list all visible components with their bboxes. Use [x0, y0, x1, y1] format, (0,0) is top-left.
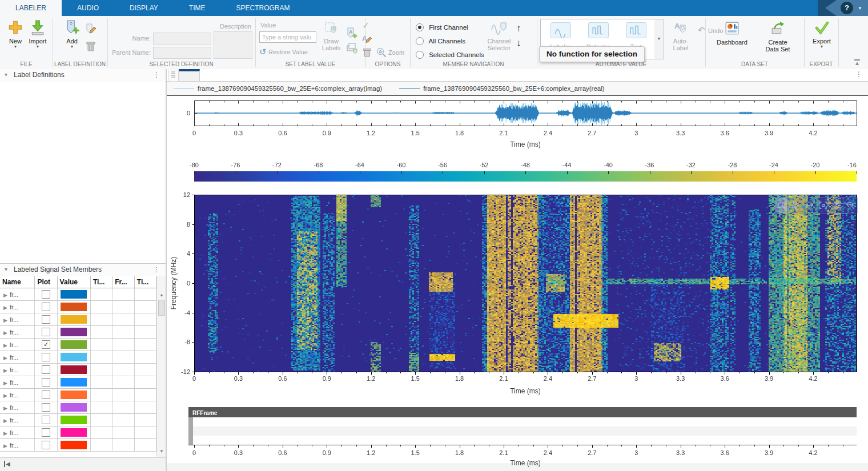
plot-checkbox[interactable] [42, 315, 50, 324]
plot-checkbox[interactable] [42, 403, 50, 412]
edit-label-button[interactable] [85, 23, 97, 38]
column-header[interactable]: Fr... [112, 276, 135, 288]
auto-label-button[interactable]: A Auto- Label [669, 21, 692, 51]
table-row[interactable]: ▶fr... [0, 313, 156, 326]
scroll-thumb[interactable] [158, 300, 165, 316]
export-button[interactable]: Export ▼ [807, 21, 836, 49]
plot-checkbox[interactable] [42, 290, 50, 299]
help-dropdown-icon[interactable]: ▼ [858, 6, 862, 11]
plot-checkbox[interactable] [42, 303, 50, 311]
panorama-header[interactable]: RFFrame [188, 407, 857, 417]
table-row[interactable]: ▶fr... [0, 351, 156, 364]
plot-checkbox[interactable] [42, 365, 50, 374]
restore-value-button[interactable]: Restore Value [268, 49, 308, 55]
pan-hand-tool-icon[interactable] [830, 198, 844, 213]
expander-icon[interactable]: ▶ [1, 330, 10, 336]
cursor-tool-icon[interactable] [789, 198, 803, 213]
table-row[interactable]: ▶fr... [0, 376, 156, 389]
tab-labeler[interactable]: LABELER [0, 0, 62, 16]
scroll-down-icon[interactable]: ▼ [157, 449, 166, 454]
collapse-ribbon-button[interactable]: ▲ [854, 59, 860, 66]
expander-icon[interactable]: ▶ [1, 317, 10, 323]
tab-audio[interactable]: AUDIO [62, 0, 114, 16]
delete-label-button[interactable] [85, 40, 97, 55]
table-row[interactable]: ▶fr... [0, 389, 156, 401]
tab-time[interactable]: TIME [174, 0, 221, 16]
tab-display[interactable]: DISPLAY [114, 0, 174, 16]
delete-value-button[interactable] [361, 47, 373, 61]
expander-icon[interactable]: ▶ [1, 430, 10, 436]
restore-view-tool-icon[interactable] [817, 198, 830, 213]
channel-selector-button[interactable]: Channel Selector [487, 19, 512, 51]
import-dropdown-icon[interactable]: ▼ [26, 45, 49, 49]
accept-icon[interactable]: ✓ [362, 20, 369, 31]
plot-checkbox[interactable] [42, 441, 50, 449]
undo-icon[interactable]: ↶ [698, 25, 705, 35]
table-row[interactable]: ▶fr... [0, 288, 156, 301]
add-label-dropdown-icon[interactable]: ▼ [61, 45, 83, 49]
expander-icon[interactable]: ▶ [1, 380, 10, 386]
merge-labels-button[interactable] [345, 41, 359, 57]
expander-icon[interactable]: ▶ [1, 368, 10, 373]
import-button[interactable]: Import ▼ [26, 19, 49, 49]
expander-icon[interactable]: ▶ [1, 418, 10, 424]
label-definitions-header[interactable]: ▾ Label Definitions ⋮ [0, 69, 166, 82]
zoom-button[interactable]: A [376, 47, 387, 61]
expander-icon[interactable]: ▶ [1, 355, 10, 361]
table-row[interactable]: ▶fr... [0, 401, 156, 414]
collapse-panel-icon[interactable]: ◀ [4, 461, 10, 467]
help-button[interactable]: ? [841, 2, 853, 14]
plot-checkbox[interactable] [42, 428, 50, 437]
figure-tab[interactable] [179, 69, 200, 81]
gallery-dropdown-button[interactable]: ▼ [654, 19, 664, 59]
table-row[interactable]: ▶fr... [0, 326, 156, 339]
new-dropdown-icon[interactable]: ▼ [5, 45, 26, 49]
column-header[interactable]: Ti... [91, 276, 112, 288]
radio-all-channels[interactable]: All Channels [416, 35, 465, 46]
table-row[interactable]: ▶fr... [0, 301, 156, 313]
column-header[interactable]: Plot [35, 276, 57, 288]
expander-icon[interactable]: ▶ [1, 343, 10, 348]
plot-checkbox[interactable] [42, 353, 50, 361]
next-member-button[interactable]: ↓ [516, 38, 521, 49]
expander-icon[interactable]: ▶ [1, 405, 10, 411]
figure-menu-icon[interactable]: ⋮ [855, 70, 862, 78]
spectrogram-plot[interactable] [167, 188, 868, 399]
zoom-in-tool-icon[interactable] [844, 198, 857, 213]
figure-grip-icon[interactable] [168, 70, 179, 82]
plot-checkbox[interactable] [42, 328, 50, 336]
table-row[interactable]: ▶fr... [0, 364, 156, 376]
plot-checkbox[interactable] [42, 416, 50, 424]
plot-checkbox[interactable] [42, 391, 50, 399]
column-header[interactable]: Value [57, 276, 90, 288]
time-plot[interactable] [167, 96, 868, 157]
expander-icon[interactable]: ▶ [1, 393, 10, 398]
radio-selected-channels[interactable]: Selected Channels [416, 49, 484, 59]
add-sublabel-button[interactable]: A [345, 26, 359, 42]
export-dropdown-icon[interactable]: ▼ [807, 45, 836, 49]
expander-icon[interactable]: ▶ [1, 305, 10, 311]
table-row[interactable]: ▶fr... [0, 426, 156, 439]
definitions-menu-icon[interactable]: ⋮ [153, 71, 160, 79]
members-header[interactable]: ▾ Labeled Signal Set Members ⋮ [0, 263, 166, 277]
column-header[interactable]: Name [0, 276, 35, 288]
label-tag-tool-icon[interactable] [775, 198, 789, 213]
previous-member-button[interactable]: ↑ [516, 23, 521, 34]
table-row[interactable]: ▶fr...✓ [0, 339, 156, 351]
table-row[interactable]: ▶fr... [0, 439, 156, 452]
expander-icon[interactable]: ▶ [1, 292, 10, 298]
panorama-body[interactable] [193, 417, 857, 445]
value-input[interactable] [259, 31, 316, 43]
tab-spectrogram[interactable]: SPECTROGRAM [221, 0, 306, 16]
new-button[interactable]: New ▼ [5, 19, 26, 49]
column-header[interactable]: Ti... [134, 276, 156, 288]
draw-labels-button[interactable]: Draw Labels [321, 21, 341, 51]
edit-value-button[interactable]: A [361, 33, 372, 47]
table-row[interactable]: ▶fr... [0, 414, 156, 426]
collapse-members-icon[interactable]: ▾ [5, 266, 7, 272]
scroll-up-icon[interactable]: ▲ [157, 292, 166, 297]
collapse-definitions-icon[interactable]: ▾ [5, 71, 7, 78]
expander-icon[interactable]: ▶ [1, 443, 10, 449]
plot-checkbox[interactable]: ✓ [42, 340, 50, 349]
pan-horizontal-tool-icon[interactable] [803, 198, 817, 213]
